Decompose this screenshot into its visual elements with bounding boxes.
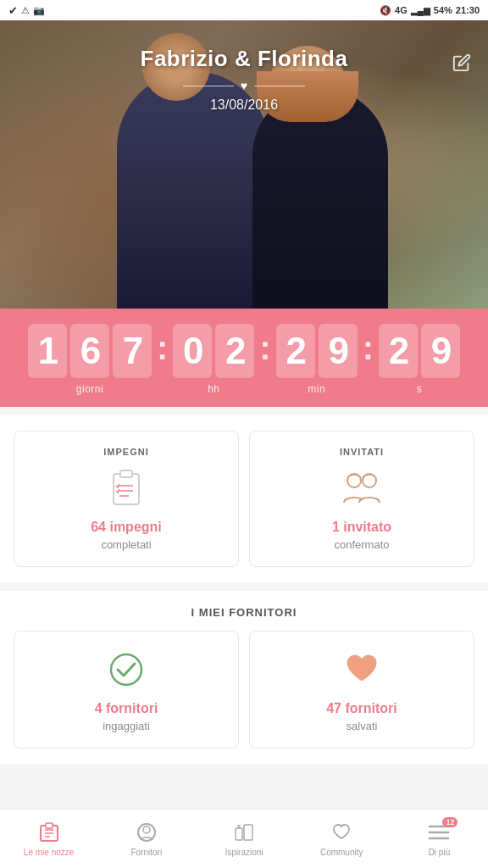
nav-fornitori[interactable]: Fornitori bbox=[97, 821, 195, 857]
cards-row-top: IMPEGNI 64 impegni completati INVITATI bbox=[14, 431, 474, 567]
heart-saved-icon bbox=[339, 647, 385, 693]
separator-3: : bbox=[358, 327, 379, 367]
fornitori-saved-card[interactable]: 47 fornitori salvati bbox=[249, 631, 474, 748]
seconds-label: s bbox=[417, 383, 423, 395]
day-digit-3: 7 bbox=[113, 324, 152, 378]
countdown-days: 1 6 7 giorni bbox=[28, 324, 152, 395]
camera-icon: 📷 bbox=[33, 5, 45, 16]
nav-fornitori-label: Fornitori bbox=[130, 848, 162, 857]
sec-digit-1: 2 bbox=[379, 324, 418, 378]
nav-community[interactable]: Community bbox=[293, 821, 391, 857]
separator-1: : bbox=[152, 327, 173, 367]
min-digit-2: 9 bbox=[319, 324, 358, 378]
minutes-label: min bbox=[308, 383, 325, 395]
community-icon bbox=[330, 821, 353, 844]
fornitori-saved-sub: salvati bbox=[347, 720, 378, 732]
svg-rect-1 bbox=[120, 470, 132, 477]
wedding-date: 13/08/2016 bbox=[210, 97, 278, 113]
invitati-sub: confermato bbox=[334, 538, 389, 551]
svg-rect-0 bbox=[114, 474, 139, 504]
status-bar: ✔ ⚠ 📷 🔇 4G ▂▄▆ 54% 21:30 bbox=[0, 0, 488, 20]
svg-point-14 bbox=[143, 826, 150, 833]
ispirazioni-icon bbox=[232, 821, 256, 844]
hero-section: Fabrizio & Florinda ♥ 13/08/2016 bbox=[0, 20, 488, 309]
nav-ispirazioni[interactable]: Ispirazioni bbox=[195, 821, 292, 857]
nav-community-label: Community bbox=[320, 848, 363, 857]
hero-content: Fabrizio & Florinda ♥ 13/08/2016 bbox=[0, 46, 488, 113]
hour-digit-1: 0 bbox=[173, 324, 212, 378]
impegni-sub: completati bbox=[101, 538, 151, 551]
network-type: 4G bbox=[395, 5, 408, 15]
hour-digit-2: 2 bbox=[215, 324, 254, 378]
fornitori-engaged-card[interactable]: 4 fornitori ingaggiati bbox=[14, 631, 239, 748]
hero-divider: ♥ bbox=[183, 79, 305, 92]
nav-le-mie-nozze[interactable]: Le mie nozze bbox=[0, 821, 97, 857]
fornitori-saved-value: 47 fornitori bbox=[326, 701, 397, 716]
impegni-title: IMPEGNI bbox=[103, 447, 148, 457]
invitati-card[interactable]: INVITATI 1 invitato confermato bbox=[249, 431, 474, 567]
fornitori-engaged-value: 4 fornitori bbox=[95, 701, 158, 716]
separator-2: : bbox=[254, 327, 275, 367]
hours-label: hh bbox=[208, 383, 219, 395]
days-label: giorni bbox=[76, 383, 103, 395]
invitati-value: 1 invitato bbox=[332, 520, 391, 535]
status-left: ✔ ⚠ 📷 bbox=[8, 4, 45, 17]
cards-row-fornitori: 4 fornitori ingaggiati 47 fornitori salv… bbox=[14, 631, 474, 748]
seconds-digits: 2 9 bbox=[379, 324, 460, 378]
impegni-value: 64 impegni bbox=[91, 520, 162, 535]
fornitori-title: I MIEI FORNITORI bbox=[14, 606, 474, 619]
fornitori-nav-icon bbox=[135, 821, 158, 844]
check-circle-icon bbox=[103, 647, 149, 693]
sec-digit-2: 9 bbox=[421, 324, 460, 378]
nav-le-mie-nozze-label: Le mie nozze bbox=[24, 848, 74, 857]
app-icon: ✔ bbox=[8, 4, 18, 17]
hours-digits: 0 2 bbox=[173, 324, 254, 378]
warning-icon: ⚠ bbox=[21, 5, 30, 16]
current-time: 21:30 bbox=[456, 5, 480, 15]
couple-name: Fabrizio & Florinda bbox=[141, 46, 348, 72]
svg-rect-12 bbox=[46, 823, 53, 828]
countdown-hours: 0 2 hh bbox=[173, 324, 254, 395]
min-digit-1: 2 bbox=[276, 324, 315, 378]
bottom-navigation: Le mie nozze Fornitori Ispirazioni bbox=[0, 809, 488, 868]
days-digits: 1 6 7 bbox=[28, 324, 152, 378]
countdown-minutes: 2 9 min bbox=[276, 324, 358, 395]
battery-level: 54% bbox=[434, 5, 452, 15]
nav-ispirazioni-label: Ispirazioni bbox=[225, 848, 263, 857]
invitati-icon bbox=[339, 465, 385, 511]
status-right: 🔇 4G ▂▄▆ 54% 21:30 bbox=[380, 5, 480, 16]
impegni-invitati-section: IMPEGNI 64 impegni completati INVITATI bbox=[0, 415, 488, 582]
countdown-seconds: 2 9 s bbox=[379, 324, 460, 395]
minutes-digits: 2 9 bbox=[276, 324, 358, 378]
impegni-icon bbox=[103, 465, 149, 511]
day-digit-2: 6 bbox=[70, 324, 109, 378]
impegni-card[interactable]: IMPEGNI 64 impegni completati bbox=[14, 431, 239, 567]
svg-rect-15 bbox=[236, 828, 242, 840]
le-mie-nozze-icon bbox=[37, 821, 61, 844]
nav-di-piu[interactable]: 12 Di più bbox=[391, 821, 488, 857]
signal-icon: ▂▄▆ bbox=[411, 6, 430, 15]
edit-button[interactable] bbox=[449, 50, 474, 75]
fornitori-section: I MIEI FORNITORI 4 fornitori ingaggiati … bbox=[0, 591, 488, 764]
svg-point-7 bbox=[111, 654, 141, 685]
heart-icon: ♥ bbox=[241, 79, 247, 92]
di-piu-badge: 12 bbox=[442, 817, 458, 827]
fornitori-engaged-sub: ingaggiati bbox=[103, 720, 150, 732]
svg-rect-16 bbox=[244, 825, 252, 840]
mute-icon: 🔇 bbox=[380, 5, 391, 16]
day-digit-1: 1 bbox=[28, 324, 67, 378]
invitati-title: INVITATI bbox=[340, 447, 384, 457]
countdown-section: 1 6 7 giorni : 0 2 hh : 2 9 min : 2 9 s bbox=[0, 309, 488, 407]
nav-di-piu-label: Di più bbox=[429, 848, 451, 857]
di-piu-icon: 12 bbox=[427, 821, 451, 844]
